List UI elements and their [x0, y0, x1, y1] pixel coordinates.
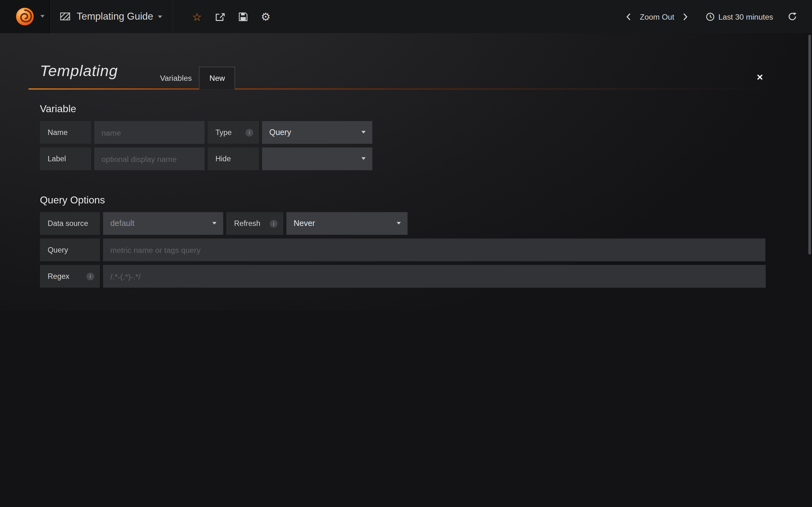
name-label: Name: [40, 121, 91, 144]
info-icon[interactable]: i: [270, 220, 277, 227]
navbar-actions: ☆ ⚙: [173, 11, 277, 22]
data-source-label: Data source: [40, 212, 100, 235]
refresh-select-value: Never: [294, 219, 315, 228]
refresh-label: Refresh i: [226, 212, 283, 235]
gear-icon: ⚙: [261, 11, 270, 22]
info-icon[interactable]: i: [246, 129, 253, 136]
settings-button[interactable]: ⚙: [261, 11, 270, 22]
tab-divider: [29, 89, 772, 89]
chevron-down-icon: [158, 15, 162, 18]
close-icon[interactable]: ✕: [754, 70, 765, 84]
query-input[interactable]: [103, 239, 765, 262]
regex-input[interactable]: [103, 265, 765, 288]
share-icon: [215, 12, 225, 21]
chevron-down-icon: [212, 222, 216, 224]
type-select[interactable]: Query: [262, 121, 372, 144]
grafana-logo-icon: [15, 7, 35, 26]
info-icon[interactable]: i: [87, 273, 94, 280]
regex-label-text: Regex: [48, 272, 69, 280]
time-shift-back-button[interactable]: [626, 13, 631, 20]
chevron-down-icon: [362, 131, 366, 133]
time-shift-forward-button[interactable]: [683, 13, 688, 20]
refresh-select[interactable]: Never: [287, 212, 408, 235]
share-dashboard-button[interactable]: [215, 12, 225, 21]
query-row: Query: [40, 239, 765, 262]
time-range-label: Last 30 minutes: [718, 12, 773, 21]
refresh-label-text: Refresh: [234, 219, 260, 228]
save-dashboard-button[interactable]: [239, 12, 247, 21]
clock-icon: [706, 12, 715, 21]
name-input[interactable]: [94, 121, 205, 144]
hide-select[interactable]: [262, 147, 372, 170]
star-icon: ☆: [192, 11, 202, 22]
editor-tabs: Variables New: [153, 67, 235, 90]
data-source-select[interactable]: default: [103, 212, 223, 235]
label-input[interactable]: [94, 147, 205, 170]
variable-label-row: Label Hide: [40, 147, 765, 170]
type-label: Type i: [208, 121, 259, 144]
chevron-down-icon: [40, 15, 44, 17]
hide-label: Hide: [208, 147, 259, 170]
time-controls: Zoom Out Last 30 minutes: [619, 12, 812, 21]
chevron-down-icon: [397, 222, 401, 224]
save-icon: [239, 12, 247, 21]
label-label: Label: [40, 147, 91, 170]
dashboard-grid-icon: [60, 12, 70, 20]
dashboard-picker[interactable]: Templating Guide: [50, 0, 173, 33]
dashboard-title: Templating Guide: [77, 11, 153, 22]
zoom-out-button[interactable]: Zoom Out: [640, 12, 674, 21]
grafana-main-menu[interactable]: [0, 0, 50, 33]
tab-variables[interactable]: Variables: [153, 67, 199, 89]
query-options-heading: Query Options: [40, 194, 765, 206]
type-label-text: Type: [215, 128, 232, 136]
regex-label: Regex i: [40, 265, 100, 288]
datasource-row: Data source default Refresh i Never: [40, 212, 765, 235]
refresh-icon: [788, 12, 797, 21]
chevron-left-icon: [626, 13, 631, 20]
query-label: Query: [40, 239, 100, 262]
templating-editor: Templating Variables New ✕ Variable Name…: [0, 33, 812, 311]
variable-name-row: Name Type i Query: [40, 121, 765, 144]
page-title: Templating: [40, 62, 118, 80]
data-source-value: default: [110, 219, 135, 228]
variable-section-heading: Variable: [40, 103, 765, 115]
type-select-value: Query: [269, 128, 291, 137]
chevron-right-icon: [683, 13, 688, 20]
regex-row: Regex i: [40, 265, 765, 288]
top-navbar: Templating Guide ☆ ⚙: [0, 0, 812, 33]
chevron-down-icon: [362, 157, 366, 160]
tab-new[interactable]: New: [199, 67, 235, 90]
time-range-picker[interactable]: Last 30 minutes: [706, 12, 773, 21]
star-dashboard-button[interactable]: ☆: [192, 11, 202, 22]
grafana-app: Templating Guide ☆ ⚙: [0, 0, 812, 311]
refresh-button[interactable]: [788, 12, 797, 21]
